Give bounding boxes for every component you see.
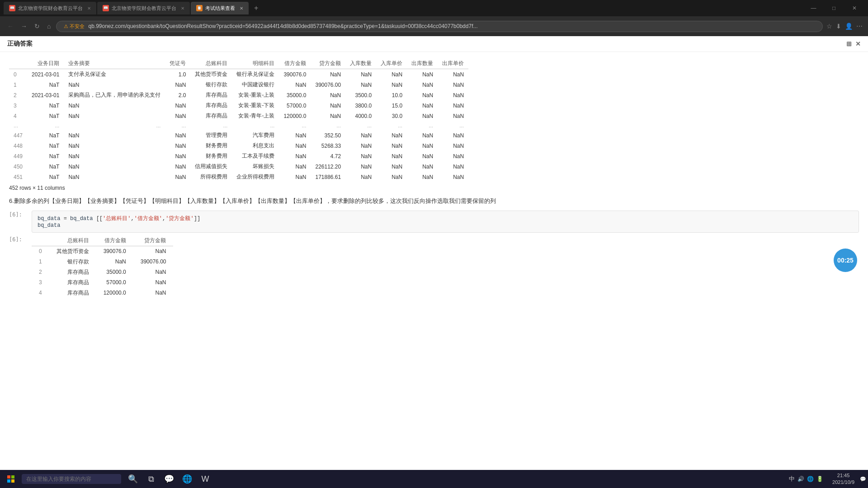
notification-icon[interactable]: 💬 xyxy=(860,476,866,482)
output-table: 总账科目 借方金额 贷方金额 0其他货币资金390076.0NaN1银行存款Na… xyxy=(32,235,173,298)
start-button[interactable] xyxy=(2,470,20,488)
svg-rect-1 xyxy=(11,475,14,479)
volume-icon[interactable]: 🔊 xyxy=(797,476,804,482)
svg-rect-0 xyxy=(7,475,10,479)
browser-controls: ← → ↻ ⌂ ⚠ 不安全 qb.99onez.com/questionbank… xyxy=(0,16,868,36)
code-cell-6: [6]: bq_data = bq_data [['总账科目','借方金额','… xyxy=(9,211,859,233)
tab-1[interactable]: 📖 北京物资学院财会教育云平台 ✕ xyxy=(4,2,96,14)
svg-rect-2 xyxy=(7,479,10,483)
table-row: 3NaTNaNNaN库存商品女装-重装-下装57000.0NaN3800.015… xyxy=(9,100,468,111)
tab-3-favicon: 📋 xyxy=(196,5,203,11)
battery-icon[interactable]: 🔋 xyxy=(816,476,823,482)
output-table-container: 总账科目 借方金额 贷方金额 0其他货币资金390076.0NaN1银行存款Na… xyxy=(32,235,173,298)
taskbar-edge-icon[interactable]: 🌐 xyxy=(179,471,195,487)
table-row: 451NaTNaNNaN所得税费用企业所得税费用NaN171886.61NaNN… xyxy=(9,172,468,182)
dots-row: .................................... xyxy=(9,121,468,130)
taskbar-sys-icons: 中 🔊 🌐 🔋 xyxy=(785,475,827,483)
tab-1-label: 北京物资学院财会教育云平台 xyxy=(18,5,83,12)
reload-button[interactable]: ↻ xyxy=(33,21,42,32)
bookmark-button[interactable]: ☆ xyxy=(826,23,832,30)
url-text: qb.99onez.com/questionbank/toQuestionRes… xyxy=(88,23,477,29)
maximize-button[interactable]: □ xyxy=(824,1,844,15)
code-block-6: bq_data = bq_data [['总账科目','借方金额','贷方金额'… xyxy=(32,211,859,233)
close-panel-button[interactable]: ✕ xyxy=(855,40,861,47)
section6-instruction: 6.删除多余的列【业务日期】【业务摘要】【凭证号】【明细科目】【入库数量】【入库… xyxy=(9,197,859,206)
taskbar-clock: 21:45 2021/10/9 xyxy=(829,472,858,486)
output-table-header: 总账科目 借方金额 贷方金额 xyxy=(32,235,173,246)
table-row: 447NaTNaNNaN管理费用汽车费用NaN352.50NaNNaNNaNNa… xyxy=(9,130,468,141)
new-tab-button[interactable]: + xyxy=(251,4,261,12)
clock-time: 21:45 xyxy=(832,472,854,479)
taskbar-search-input[interactable] xyxy=(22,474,121,484)
taskbar-quick-icons: 🔍 ⧉ 💬 🌐 W xyxy=(125,471,213,487)
col-outprice: 出库单价 xyxy=(438,58,468,69)
table-row: 4库存商品120000.0NaN xyxy=(32,288,173,298)
svg-rect-3 xyxy=(11,479,14,483)
out-col-credit: 贷方金额 xyxy=(133,235,174,246)
page-content: 正确答案 ⊞ ✕ 业务日期 业务摘要 凭证号 总账科目 明细科目 借方金额 xyxy=(0,36,868,470)
main-table-header: 业务日期 业务摘要 凭证号 总账科目 明细科目 借方金额 贷方金额 入库数量 入… xyxy=(9,58,468,69)
page-title: 正确答案 xyxy=(7,40,33,48)
tab-2-label: 北京物资学院财会教育云平台 xyxy=(112,5,176,12)
table-row: 449NaTNaNNaN财务费用工本及手续费NaN4.72NaNNaNNaNNa… xyxy=(9,151,468,161)
main-table-container: 业务日期 业务摘要 凭证号 总账科目 明细科目 借方金额 贷方金额 入库数量 入… xyxy=(9,58,859,182)
output-label-6: [6]: xyxy=(9,235,32,298)
code-line2: bq_data xyxy=(38,222,853,229)
col-summary: 业务摘要 xyxy=(64,58,165,69)
col-debit: 借方金额 xyxy=(279,58,311,69)
table-row: 1银行存款NaN390076.00 xyxy=(32,257,173,267)
table-row: 02021-03-01支付承兑保证金1.0其他货币资金银行承兑保证金390076… xyxy=(9,69,468,80)
tab-3-close[interactable]: ✕ xyxy=(240,6,243,11)
table-row: 450NaTNaNNaN信用减值损失坏账损失NaN226112.20NaNNaN… xyxy=(9,161,468,172)
forward-button[interactable]: → xyxy=(19,21,29,32)
more-button[interactable]: ⋯ xyxy=(856,23,863,30)
col-idx xyxy=(9,58,27,69)
tab-1-close[interactable]: ✕ xyxy=(87,6,91,11)
address-bar[interactable]: ⚠ 不安全 qb.99onez.com/questionbank/toQuest… xyxy=(56,21,823,32)
tab-2-close[interactable]: ✕ xyxy=(181,6,184,11)
tab-3[interactable]: 📋 考试结果查看 ✕ xyxy=(191,2,249,14)
table-row: 2库存商品35000.0NaN xyxy=(32,267,173,277)
out-col-idx xyxy=(32,235,49,246)
table-row: 3库存商品57000.0NaN xyxy=(32,277,173,288)
content-area: 业务日期 业务摘要 凭证号 总账科目 明细科目 借方金额 贷方金额 入库数量 入… xyxy=(0,52,868,305)
taskbar-wechat-icon[interactable]: 💬 xyxy=(161,471,177,487)
out-col-account: 总账科目 xyxy=(49,235,96,246)
table-row: 4NaTNaNNaN库存商品女装-青年-上装120000.0NaN4000.03… xyxy=(9,111,468,121)
back-button[interactable]: ← xyxy=(5,21,15,32)
row-count: 452 rows × 11 columns xyxy=(9,185,859,191)
taskbar-right: 中 🔊 🌐 🔋 21:45 2021/10/9 💬 xyxy=(785,472,866,486)
top-bar-actions: ⊞ ✕ xyxy=(846,40,861,47)
table-row: 448NaTNaNNaN财务费用利息支出NaN5268.33NaNNaNNaNN… xyxy=(9,141,468,151)
taskbar-task-view-icon[interactable]: ⧉ xyxy=(143,471,159,487)
taskbar: 🔍 ⧉ 💬 🌐 W 中 🔊 🌐 🔋 21:45 2021/10/9 💬 xyxy=(0,470,868,488)
tab-2-favicon: 📖 xyxy=(103,5,109,11)
col-inprice: 入库单价 xyxy=(376,58,407,69)
timer-badge[interactable]: 00:25 xyxy=(834,249,857,272)
profile-button[interactable]: 👤 xyxy=(845,23,853,30)
table-row: 0其他货币资金390076.0NaN xyxy=(32,246,173,257)
download-button[interactable]: ⬇ xyxy=(836,23,841,30)
close-button[interactable]: ✕ xyxy=(844,1,864,15)
expand-icon[interactable]: ⊞ xyxy=(846,40,852,47)
output-cell-6: [6]: 总账科目 借方金额 贷方金额 0其他货币资金390076.0NaN1银… xyxy=(9,235,859,298)
col-outqty: 出库数量 xyxy=(407,58,438,69)
timer-value: 00:25 xyxy=(837,257,854,264)
insecure-badge: ⚠ 不安全 xyxy=(64,23,85,30)
home-button[interactable]: ⌂ xyxy=(45,21,52,32)
col-bizdate: 业务日期 xyxy=(27,58,64,69)
clock-date: 2021/10/9 xyxy=(832,479,854,486)
col-inqty: 入库数量 xyxy=(345,58,376,69)
table-row: 22021-03-01采购商品，已入库，用申请的承兑支付2.0库存商品女装-重装… xyxy=(9,90,468,100)
lang-indicator[interactable]: 中 xyxy=(789,475,795,483)
main-table: 业务日期 业务摘要 凭证号 总账科目 明细科目 借方金额 贷方金额 入库数量 入… xyxy=(9,58,468,182)
minimize-button[interactable]: — xyxy=(803,1,824,15)
out-col-debit: 借方金额 xyxy=(96,235,133,246)
taskbar-wps-icon[interactable]: W xyxy=(197,471,213,487)
tab-2[interactable]: 📖 北京物资学院财会教育云平台 ✕ xyxy=(97,2,190,14)
network-icon[interactable]: 🌐 xyxy=(807,476,814,482)
table-row: 1NaTNaNNaN银行存款中国建设银行NaN390076.00NaNNaNNa… xyxy=(9,80,468,90)
browser-actions: ☆ ⬇ 👤 ⋯ xyxy=(826,23,863,30)
code-line1: bq_data = bq_data [['总账科目','借方金额','贷方金额'… xyxy=(38,215,853,222)
taskbar-search-icon[interactable]: 🔍 xyxy=(125,471,141,487)
